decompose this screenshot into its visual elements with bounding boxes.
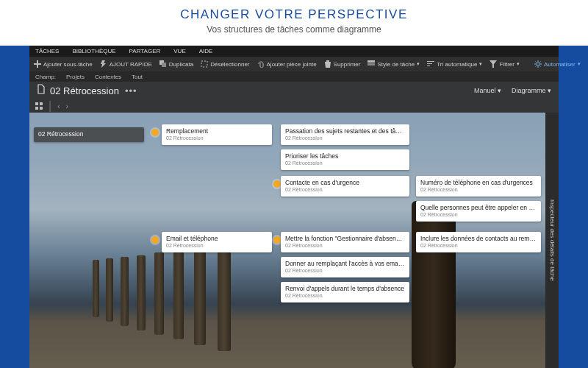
menu-view[interactable]: VUE: [173, 48, 185, 54]
expand-marker[interactable]: [151, 129, 159, 136]
breadcrumb-all[interactable]: Tout: [132, 74, 143, 80]
chevron-down-icon: ▾: [578, 61, 581, 67]
deselect-icon: [201, 60, 208, 68]
promo-title: CHANGER VOTRE PERSPECTIVE: [0, 7, 588, 22]
task-style-button[interactable]: Style de tâche ▾: [368, 60, 420, 68]
promo-header: CHANGER VOTRE PERSPECTIVE Vos structures…: [0, 0, 588, 46]
task-card[interactable]: Passation des sujets restantes et des tâ…: [281, 124, 409, 145]
promo-subtitle: Vos structures de tâches comme diagramme: [0, 24, 588, 35]
svg-rect-7: [40, 102, 43, 105]
task-card-root[interactable]: 02 Rétrocession: [34, 127, 144, 142]
task-title: Passation des sujets restantes et des tâ…: [285, 127, 405, 135]
task-title: Inclure les données de contacts au rempl…: [420, 235, 537, 242]
task-title: 02 Rétrocession: [38, 130, 140, 138]
breadcrumb-label: Champ:: [35, 74, 56, 80]
trash-icon: [324, 60, 331, 68]
diagram-canvas[interactable]: 02 Rétrocession Remplacement 02 Rétroces…: [29, 113, 545, 368]
task-card[interactable]: Donner au remplaçant l'accès à vos email…: [281, 257, 409, 277]
nav-back-button[interactable]: ‹: [57, 102, 60, 110]
breadcrumb-projects[interactable]: Projets: [66, 74, 85, 80]
breadcrumb-contexts[interactable]: Contextes: [95, 74, 121, 80]
automate-button[interactable]: Automatiser ▾: [534, 60, 581, 68]
task-project: 02 Rétrocession: [285, 293, 405, 298]
menu-library[interactable]: BIBLIOTHÈQUE: [72, 48, 115, 54]
expand-marker[interactable]: [151, 236, 159, 244]
svg-point-5: [537, 63, 539, 66]
task-card[interactable]: Prioriser les tâches 02 Rétrocession: [281, 149, 409, 170]
task-card[interactable]: Mettre la fonction "Gestionnaire d'absen…: [281, 232, 409, 252]
add-subtask-button[interactable]: Ajouter sous-tâche: [34, 60, 93, 68]
deselect-button[interactable]: Désélectionner: [201, 60, 249, 68]
task-card[interactable]: Inclure les données de contacts au rempl…: [416, 232, 541, 252]
task-project: 02 Rétrocession: [285, 135, 405, 141]
task-card[interactable]: Email et téléphone 02 Rétrocession: [162, 232, 272, 252]
document-title: 02 Rétrocession: [50, 85, 119, 96]
quick-add-label: AJOUT RAPIDE: [110, 61, 152, 68]
task-card[interactable]: Numéro de téléphone en cas d'urgences 02…: [416, 176, 541, 197]
svg-rect-8: [35, 107, 38, 110]
filter-button[interactable]: Filtrer ▾: [490, 60, 519, 68]
lightning-icon: [100, 60, 107, 68]
promo-border-left: [0, 46, 29, 368]
paperclip-icon: [257, 60, 265, 68]
filter-icon: [490, 60, 497, 68]
nav-forward-button[interactable]: ›: [66, 102, 68, 110]
expand-marker[interactable]: [273, 236, 281, 244]
task-title: Numéro de téléphone en cas d'urgences: [420, 179, 537, 186]
copy-icon: [159, 60, 167, 68]
grid-view-icon[interactable]: [35, 99, 43, 113]
canvas-nav-row: | ‹ ›: [29, 99, 559, 113]
inspector-tab[interactable]: Inspecteur des détails de tâche: [545, 113, 559, 368]
menu-share[interactable]: PARTAGER: [129, 48, 161, 54]
view-mode-dropdown[interactable]: Diagramme ▾: [512, 87, 551, 94]
inspector-label: Inspecteur des détails de tâche: [549, 199, 556, 281]
task-project: 02 Rétrocession: [285, 268, 405, 273]
automate-label: Automatiser: [544, 61, 576, 68]
expand-marker[interactable]: [273, 180, 281, 188]
svg-rect-1: [162, 63, 166, 67]
task-card[interactable]: Remplacement 02 Rétrocession: [162, 124, 272, 145]
menu-tasks[interactable]: TÂCHES: [35, 48, 59, 54]
document-more-icon[interactable]: •••: [125, 85, 137, 96]
svg-rect-4: [368, 63, 375, 66]
add-subtask-label: Ajouter sous-tâche: [43, 61, 93, 68]
attach-button[interactable]: Ajouter pièce jointe: [257, 60, 317, 68]
task-title: Prioriser les tâches: [285, 152, 405, 160]
menu-bar: TÂCHES BIBLIOTHÈQUE PARTAGER VUE AIDE: [29, 46, 559, 57]
task-project: 02 Rétrocession: [420, 187, 537, 192]
duplicate-button[interactable]: Duplicata: [159, 60, 193, 68]
task-title: Mettre la fonction "Gestionnaire d'absen…: [285, 235, 405, 242]
task-card[interactable]: Contacte en cas d'urgence 02 Rétrocessio…: [281, 176, 409, 197]
gear-icon: [534, 60, 542, 68]
sort-icon: [427, 60, 434, 68]
quick-add-button[interactable]: AJOUT RAPIDE: [100, 60, 152, 68]
task-project: 02 Rétrocession: [285, 160, 405, 166]
svg-rect-6: [35, 102, 38, 105]
menu-help[interactable]: AIDE: [199, 48, 213, 54]
chevron-down-icon: ▾: [517, 61, 520, 67]
document-title-row: 02 Rétrocession ••• Manuel ▾ Diagramme ▾: [29, 82, 559, 99]
style-icon: [368, 60, 375, 68]
promo-border-right: [559, 46, 588, 368]
chevron-down-icon: ▾: [417, 61, 420, 67]
sort-mode-dropdown[interactable]: Manuel ▾: [474, 87, 501, 94]
task-project: 02 Rétrocession: [285, 187, 405, 192]
task-title: Donner au remplaçant l'accès à vos email…: [285, 260, 405, 267]
sort-button[interactable]: Tri automatique ▾: [427, 60, 482, 68]
breadcrumb-row: Champ: Projets Contextes Tout: [29, 71, 559, 82]
delete-button[interactable]: Supprimer: [324, 60, 361, 68]
task-project: 02 Rétrocession: [166, 135, 268, 141]
app-window: TÂCHES BIBLIOTHÈQUE PARTAGER VUE AIDE Aj…: [29, 46, 559, 368]
task-title: Email et téléphone: [166, 235, 268, 242]
document-icon: [37, 84, 46, 97]
task-title: Contacte en cas d'urgence: [285, 179, 405, 186]
delete-label: Supprimer: [334, 61, 361, 68]
task-card[interactable]: Quelle personnes peut être appeler en ca…: [416, 201, 541, 222]
task-project: 02 Rétrocession: [420, 243, 537, 248]
task-card[interactable]: Renvoi d'appels durant le temps d'absenc…: [281, 282, 409, 302]
svg-rect-9: [40, 107, 43, 110]
filter-label: Filtrer: [499, 61, 514, 68]
chevron-down-icon: ▾: [479, 61, 482, 67]
deselect-label: Désélectionner: [210, 61, 249, 68]
sort-label: Tri automatique: [437, 61, 477, 68]
